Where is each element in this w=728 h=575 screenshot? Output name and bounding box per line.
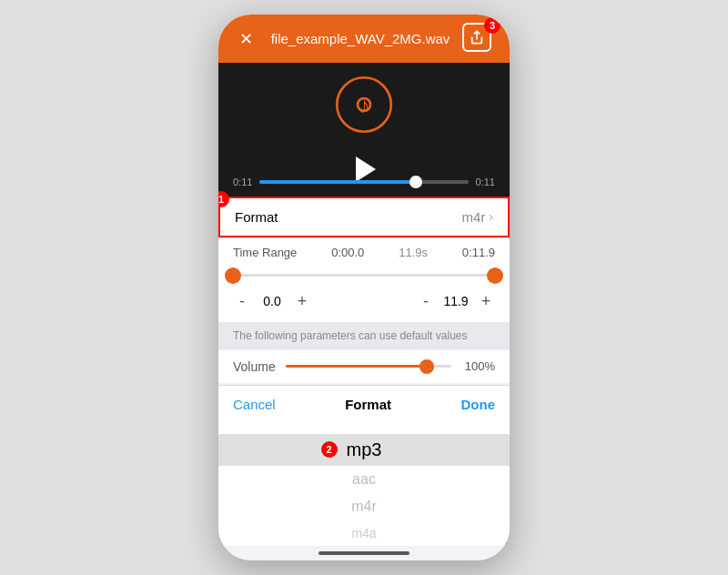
- chevron-right-icon: ›: [489, 209, 493, 224]
- time-range-start: 0:00.0: [331, 246, 364, 259]
- time-current: 0:11: [233, 177, 252, 187]
- svg-text:♪: ♪: [359, 92, 369, 116]
- time-total: 0:11: [476, 177, 495, 187]
- picker-cancel-button[interactable]: Cancel: [233, 397, 276, 412]
- range-thumb-left[interactable]: [225, 267, 241, 284]
- volume-percent: 100%: [460, 359, 495, 373]
- format-label: Format: [235, 209, 278, 225]
- range-slider[interactable]: [233, 267, 495, 285]
- progress-thumb: [410, 176, 422, 188]
- progress-track[interactable]: [259, 180, 468, 184]
- range-track: [233, 274, 495, 277]
- share-btn-container: 3: [462, 23, 495, 55]
- format-value: m4r ›: [461, 209, 493, 225]
- left-plus-button[interactable]: +: [293, 292, 311, 311]
- home-indicator: [218, 546, 510, 560]
- picker-item-m4r[interactable]: m4r: [218, 493, 510, 520]
- music-icon: ♪: [332, 73, 396, 136]
- time-range-duration: 11.9s: [399, 246, 428, 259]
- volume-label: Volume: [233, 359, 277, 374]
- left-minus-button[interactable]: -: [233, 292, 251, 311]
- volume-fill: [286, 365, 427, 368]
- format-current-value: m4r: [461, 209, 485, 225]
- progress-fill: [259, 180, 416, 184]
- controls-area: 1 Format m4r › Time Range 0:00.0 11.9s 0…: [218, 197, 510, 546]
- time-range-end: 0:11.9: [462, 246, 495, 259]
- picker-title: Format: [345, 397, 391, 412]
- close-button[interactable]: ✕: [233, 26, 258, 52]
- picker-header: Cancel Format Done: [218, 385, 510, 423]
- picker-item-mp3[interactable]: 2 mp3: [218, 434, 510, 466]
- volume-row: Volume 100%: [218, 350, 510, 383]
- picker-item-above-selected[interactable]: [218, 423, 510, 434]
- picker-item-m4a[interactable]: m4a: [218, 520, 510, 546]
- volume-track[interactable]: [286, 365, 451, 368]
- time-range-header: Time Range 0:00.0 11.9s 0:11.9: [233, 246, 495, 259]
- header: ✕ file_example_WAV_2MG.wav 3: [218, 15, 510, 63]
- time-input-left: - 0.0 +: [233, 292, 311, 311]
- right-plus-button[interactable]: +: [477, 292, 495, 311]
- time-input-row: - 0.0 + - 11.9 +: [233, 288, 495, 315]
- header-title: file_example_WAV_2MG.wav: [266, 31, 455, 46]
- time-input-right: - 11.9 +: [417, 292, 495, 311]
- default-notice: The following parameters can use default…: [218, 322, 510, 349]
- time-range-label: Time Range: [233, 246, 297, 259]
- right-minus-button[interactable]: -: [417, 292, 435, 311]
- picker-done-button[interactable]: Done: [460, 397, 495, 412]
- time-range-row: Time Range 0:00.0 11.9s 0:11.9 - 0.0 + -…: [218, 238, 510, 322]
- format-row[interactable]: 1 Format m4r ›: [218, 197, 510, 237]
- share-badge: 3: [484, 17, 500, 34]
- progress-bar-container: 0:11 0:11: [233, 177, 495, 187]
- left-time-value: 0.0: [258, 294, 286, 308]
- phone-container: ✕ file_example_WAV_2MG.wav 3 ♪: [218, 15, 510, 560]
- picker-badge: 2: [321, 441, 338, 458]
- picker-item-aac[interactable]: aac: [218, 466, 510, 493]
- volume-thumb[interactable]: [420, 359, 434, 374]
- home-bar: [318, 551, 410, 555]
- range-thumb-right[interactable]: [487, 267, 503, 284]
- picker-item-mp3-label: mp3: [347, 439, 382, 459]
- player-area: ♪ 0:11 0:11: [218, 63, 510, 196]
- picker-wheel[interactable]: 2 mp3 aac m4r m4a: [218, 423, 510, 546]
- right-time-value: 11.9: [442, 294, 470, 308]
